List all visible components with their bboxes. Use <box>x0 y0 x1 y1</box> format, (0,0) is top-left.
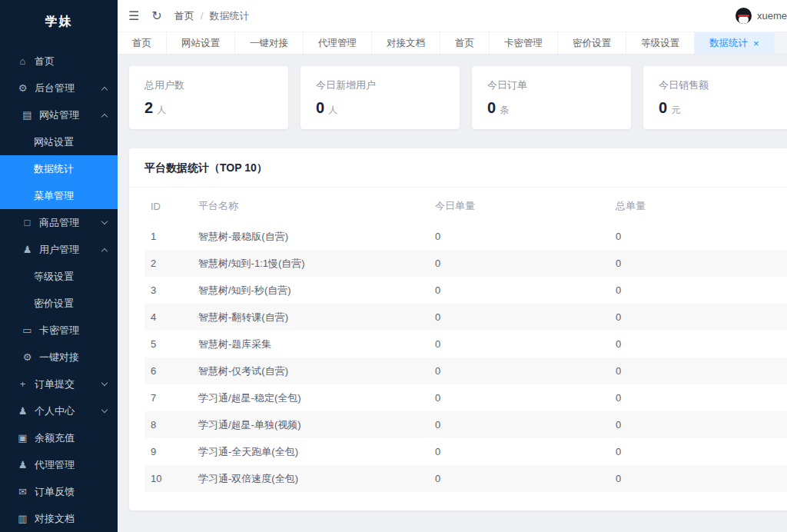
sidebar-item-label: 对接文档 <box>35 512 107 526</box>
cell-total-count: 0 <box>609 438 787 465</box>
stat-value: 0 <box>659 99 667 117</box>
sidebar-item-one-click-connect[interactable]: ⚙ 一键对接 <box>0 344 118 371</box>
tab-item[interactable]: 代理管理 <box>304 32 372 54</box>
top-header: ☰ ↻ 首页 / 数据统计 xueme <box>118 0 787 32</box>
cell-today-count: 0 <box>429 304 609 331</box>
cell-id: 8 <box>144 411 192 438</box>
user-menu[interactable]: xueme <box>736 8 787 24</box>
user-icon: ♟ <box>17 405 28 417</box>
table-row: 5 智慧树-题库采集 0 0 <box>144 331 787 357</box>
sidebar-item-site-mgmt[interactable]: ▤ 网站管理 <box>0 101 118 128</box>
user-icon: ♟ <box>17 459 28 470</box>
tab-item[interactable]: 网站设置 <box>167 32 235 54</box>
sidebar-item-site-settings[interactable]: 网站设置 <box>0 128 118 155</box>
sidebar-item-agent-mgmt[interactable]: ♟ 代理管理 <box>0 451 118 478</box>
cell-id: 10 <box>144 465 192 492</box>
stat-unit: 人 <box>157 104 166 117</box>
sidebar-item-admin[interactable]: ⚙ 后台管理 <box>0 75 118 101</box>
cell-today-count: 0 <box>429 277 609 304</box>
table-row: 7 学习通/超星-稳定(全包) 0 0 <box>144 384 787 411</box>
app-root: 学妹 ⌂ 首页 ⚙ 后台管理 ▤ 网站管理 网站设置 数据统计 <box>0 0 787 532</box>
chevron-up-icon <box>101 113 108 119</box>
sidebar-item-label: 后台管理 <box>35 81 102 95</box>
sidebar-item-price-settings[interactable]: 密价设置 <box>0 290 118 317</box>
box-icon: □ <box>22 217 33 228</box>
sidebar-item-home[interactable]: ⌂ 首页 <box>0 48 118 75</box>
chevron-up-icon <box>101 86 108 92</box>
breadcrumb: 首页 / 数据统计 <box>174 9 250 23</box>
stat-unit: 人 <box>328 104 337 117</box>
qq-avatar-icon <box>736 8 752 24</box>
stat-label: 今日销售额 <box>659 78 787 92</box>
sidebar-item-label: 订单提交 <box>35 377 102 391</box>
sidebar-item-label: 个人中心 <box>35 404 102 418</box>
document-icon: ▥ <box>17 513 28 524</box>
stat-unit: 元 <box>671 104 680 117</box>
sidebar-item-label: 商品管理 <box>39 216 102 230</box>
chevron-down-icon <box>101 406 108 412</box>
refresh-icon[interactable]: ↻ <box>151 10 161 22</box>
tab-item[interactable]: 等级设置 <box>626 32 695 54</box>
table-row: 1 智慧树-最稳版(自营) 0 0 <box>144 223 787 250</box>
tab-item[interactable]: 对接文档 <box>372 32 440 54</box>
table-row: 4 智慧树-翻转课(自营) 0 0 <box>144 304 787 331</box>
stat-card-new-users-today: 今日新增用户 0 人 <box>301 66 460 129</box>
gear-icon: ⚙ <box>17 82 28 94</box>
sidebar-item-level-settings[interactable]: 等级设置 <box>0 263 118 290</box>
sidebar-item-profile[interactable]: ♟ 个人中心 <box>0 397 118 424</box>
table-row: 10 学习通-双倍速度(全包) 0 0 <box>144 465 787 492</box>
cell-platform-name: 学习通-双倍速度(全包) <box>192 465 429 492</box>
sidebar-item-menu-mgmt[interactable]: 菜单管理 <box>0 182 118 209</box>
sidebar-item-label: 代理管理 <box>35 458 107 472</box>
sidebar-item-label: 订单反馈 <box>35 485 107 499</box>
table-row: 9 学习通-全天跑单(全包) 0 0 <box>144 438 787 465</box>
stat-card-sales-today: 今日销售额 0 元 <box>643 66 787 129</box>
cell-platform-name: 学习通/超星-稳定(全包) <box>192 384 429 411</box>
gear-icon: ⚙ <box>22 351 33 363</box>
tab-item[interactable]: 密价设置 <box>558 32 626 54</box>
home-icon: ⌂ <box>17 55 28 67</box>
user-icon: ♟ <box>22 244 33 255</box>
username: xueme <box>757 10 787 22</box>
tab-label: 数据统计 <box>709 37 748 50</box>
close-icon[interactable]: × <box>753 38 759 48</box>
panel-title: 平台数据统计（TOP 10） <box>129 148 787 187</box>
tab-item[interactable]: 首页 <box>440 32 490 54</box>
sidebar-item-order-feedback[interactable]: ✉ 订单反馈 <box>0 478 118 505</box>
cell-today-count: 0 <box>429 438 609 465</box>
sidebar-item-label: 一键对接 <box>39 351 107 364</box>
tab-item[interactable]: 首页 <box>118 32 167 54</box>
cell-today-count: 0 <box>429 411 609 438</box>
breadcrumb-separator: / <box>201 10 204 22</box>
cell-platform-name: 智慧树-最稳版(自营) <box>192 223 429 250</box>
tab-item[interactable]: 卡密管理 <box>490 32 558 54</box>
cell-total-count: 0 <box>609 304 787 331</box>
chevron-down-icon <box>101 218 108 224</box>
sidebar-menu: ⌂ 首页 ⚙ 后台管理 ▤ 网站管理 网站设置 数据统计 菜单管理 <box>0 43 118 532</box>
card-icon: ▭ <box>22 324 33 336</box>
sidebar-item-label: 卡密管理 <box>39 324 107 337</box>
sidebar: 学妹 ⌂ 首页 ⚙ 后台管理 ▤ 网站管理 网站设置 数据统计 <box>0 0 118 532</box>
sidebar-item-label: 用户管理 <box>39 243 102 257</box>
cell-id: 5 <box>144 331 192 357</box>
sidebar-item-user-mgmt[interactable]: ♟ 用户管理 <box>0 236 118 263</box>
sidebar-item-card-mgmt[interactable]: ▭ 卡密管理 <box>0 317 118 344</box>
stat-label: 总用户数 <box>144 78 273 92</box>
sidebar-item-data-stats[interactable]: 数据统计 <box>0 155 118 182</box>
stat-value: 2 <box>144 99 153 117</box>
tab-item-active[interactable]: 数据统计 × <box>695 32 775 54</box>
sidebar-item-goods-mgmt[interactable]: □ 商品管理 <box>0 209 118 236</box>
sidebar-item-docs[interactable]: ▥ 对接文档 <box>0 505 118 532</box>
cell-id: 3 <box>144 277 192 304</box>
sidebar-item-label: 网站设置 <box>34 135 107 149</box>
breadcrumb-home[interactable]: 首页 <box>174 9 194 23</box>
monitor-icon: ▤ <box>22 109 33 121</box>
sidebar-item-order-submit[interactable]: + 订单提交 <box>0 371 118 397</box>
collapse-menu-icon[interactable]: ☰ <box>128 10 139 22</box>
table-header-row: ID 平台名称 今日单量 总单量 <box>144 188 787 223</box>
cell-platform-name: 智慧树-仅考试(自营) <box>192 357 429 384</box>
chevron-up-icon <box>101 248 108 254</box>
stat-label: 今日新增用户 <box>316 78 444 92</box>
tab-item[interactable]: 一键对接 <box>235 32 304 54</box>
sidebar-item-recharge[interactable]: ▣ 余额充值 <box>0 424 118 451</box>
